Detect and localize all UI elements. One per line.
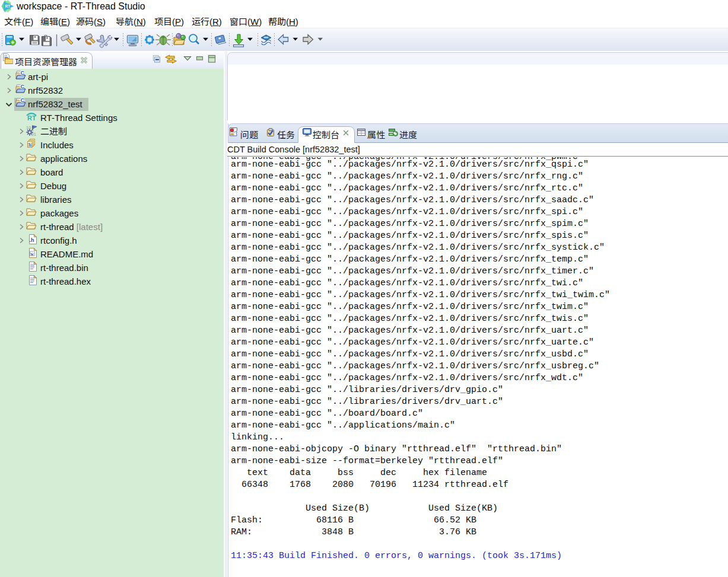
svg-text:01: 01: [31, 132, 36, 137]
svg-text:10: 10: [26, 125, 31, 130]
svg-text:.h: .h: [30, 237, 34, 243]
svg-text:h: h: [28, 142, 31, 148]
svg-text:w: w: [31, 251, 34, 257]
svg-text:RT: RT: [27, 114, 36, 122]
svg-text:RT: RT: [5, 4, 11, 8]
